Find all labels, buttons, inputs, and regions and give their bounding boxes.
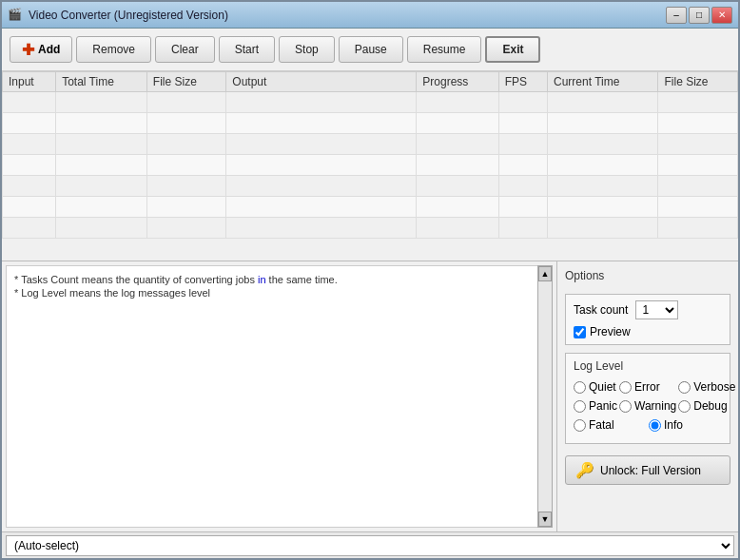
- table-row[interactable]: [3, 113, 738, 134]
- exit-button[interactable]: Exit: [485, 36, 540, 63]
- bottom-bar: (Auto-select) Option 1 Option 2: [2, 531, 738, 558]
- start-button[interactable]: Start: [219, 36, 275, 63]
- log-level-title: Log Level: [574, 359, 722, 373]
- col-output: Output: [226, 72, 417, 92]
- preview-row: Preview: [574, 325, 722, 338]
- table-row[interactable]: [3, 197, 738, 218]
- table-row[interactable]: [3, 92, 738, 113]
- table-row[interactable]: [3, 218, 738, 239]
- maximize-button[interactable]: □: [689, 7, 710, 24]
- radio-panic-input[interactable]: [574, 400, 586, 413]
- main-content: Input Total Time File Size Output Progre…: [2, 71, 738, 531]
- window-title: Video Converter (Unregistered Version): [29, 9, 660, 22]
- title-buttons: – □ ✕: [666, 7, 732, 24]
- preview-checkbox[interactable]: [574, 326, 586, 338]
- unlock-label: Unlock: Full Version: [600, 464, 701, 477]
- log-level-group: Log Level Quiet Error Verbose: [565, 353, 730, 444]
- radio-quiet: Quiet: [574, 380, 617, 394]
- log-line-2: * Log Level means the log messages level: [14, 287, 544, 299]
- col-file-size: File Size: [146, 72, 225, 92]
- radio-verbose: Verbose: [678, 380, 735, 394]
- pause-button[interactable]: Pause: [339, 36, 403, 63]
- remove-button[interactable]: Remove: [76, 36, 151, 63]
- radio-error: Error: [619, 380, 676, 394]
- col-file-size2: File Size: [658, 72, 738, 92]
- radio-fatal-input[interactable]: [574, 419, 586, 432]
- scrollbar-track: [538, 281, 552, 512]
- scrollbar-down-arrow[interactable]: ▼: [538, 512, 552, 527]
- close-button[interactable]: ✕: [711, 7, 732, 24]
- title-bar: 🎬 Video Converter (Unregistered Version)…: [2, 2, 738, 29]
- preview-label: Preview: [590, 325, 631, 338]
- radio-debug-label: Debug: [693, 399, 727, 413]
- log-content: * Tasks Count means the quantity of conv…: [6, 265, 553, 528]
- radio-quiet-input[interactable]: [574, 381, 586, 394]
- file-table: Input Total Time File Size Output Progre…: [2, 71, 738, 239]
- log-area: * Tasks Count means the quantity of conv…: [2, 261, 557, 531]
- options-spacer: [565, 492, 730, 524]
- add-button[interactable]: ✚ Add: [10, 36, 72, 63]
- toolbar: ✚ Add Remove Clear Start Stop Pause Resu…: [2, 29, 738, 71]
- app-icon: 🎬: [8, 8, 23, 23]
- radio-error-label: Error: [634, 380, 660, 394]
- col-total-time: Total Time: [56, 72, 147, 92]
- radio-fatal-label: Fatal: [589, 418, 614, 432]
- bottom-area: * Tasks Count means the quantity of conv…: [2, 261, 738, 531]
- options-group: Task count 1 2 3 4 Preview: [565, 294, 730, 345]
- options-panel: Options Task count 1 2 3 4 Pr: [557, 261, 738, 531]
- task-count-select[interactable]: 1 2 3 4: [635, 300, 678, 319]
- radio-grid: Quiet Error Verbose Panic: [574, 380, 722, 413]
- minimize-button[interactable]: –: [666, 7, 687, 24]
- radio-panic: Panic: [574, 399, 617, 413]
- radio-debug-input[interactable]: [678, 400, 691, 413]
- radio-error-input[interactable]: [619, 381, 632, 394]
- radio-fatal: Fatal: [574, 418, 647, 432]
- radio-info-input[interactable]: [649, 419, 661, 432]
- unlock-button[interactable]: 🔑 Unlock: Full Version: [565, 455, 730, 485]
- col-fps: FPS: [498, 72, 547, 92]
- table-row[interactable]: [3, 176, 738, 197]
- table-row[interactable]: [3, 155, 738, 176]
- main-window: 🎬 Video Converter (Unregistered Version)…: [0, 0, 740, 560]
- format-select[interactable]: (Auto-select) Option 1 Option 2: [6, 535, 734, 556]
- log-line-1: * Tasks Count means the quantity of conv…: [14, 274, 544, 285]
- col-current-time: Current Time: [548, 72, 658, 92]
- task-count-row: Task count 1 2 3 4: [574, 300, 722, 319]
- radio-panic-label: Panic: [589, 399, 617, 413]
- radio-info: Info: [649, 418, 722, 432]
- radio-warning-input[interactable]: [619, 400, 632, 413]
- radio-verbose-input[interactable]: [678, 381, 691, 394]
- table-area: Input Total Time File Size Output Progre…: [2, 71, 738, 261]
- radio-grid-2: Fatal Info: [574, 418, 722, 432]
- radio-warning-label: Warning: [634, 399, 676, 413]
- clear-button[interactable]: Clear: [155, 36, 215, 63]
- radio-warning: Warning: [619, 399, 676, 413]
- resume-button[interactable]: Resume: [407, 36, 482, 63]
- radio-info-label: Info: [664, 418, 683, 432]
- stop-button[interactable]: Stop: [279, 36, 335, 63]
- task-count-label: Task count: [574, 303, 628, 317]
- col-input: Input: [3, 72, 56, 92]
- radio-quiet-label: Quiet: [589, 380, 616, 394]
- add-label: Add: [38, 43, 60, 56]
- key-icon: 🔑: [575, 461, 594, 479]
- radio-debug: Debug: [678, 399, 735, 413]
- options-title: Options: [565, 269, 730, 282]
- radio-verbose-label: Verbose: [693, 380, 735, 394]
- scrollbar-up-arrow[interactable]: ▲: [538, 266, 552, 281]
- table-row[interactable]: [3, 134, 738, 155]
- log-scrollbar[interactable]: ▲ ▼: [537, 265, 553, 528]
- col-progress: Progress: [417, 72, 498, 92]
- plus-icon: ✚: [22, 41, 34, 59]
